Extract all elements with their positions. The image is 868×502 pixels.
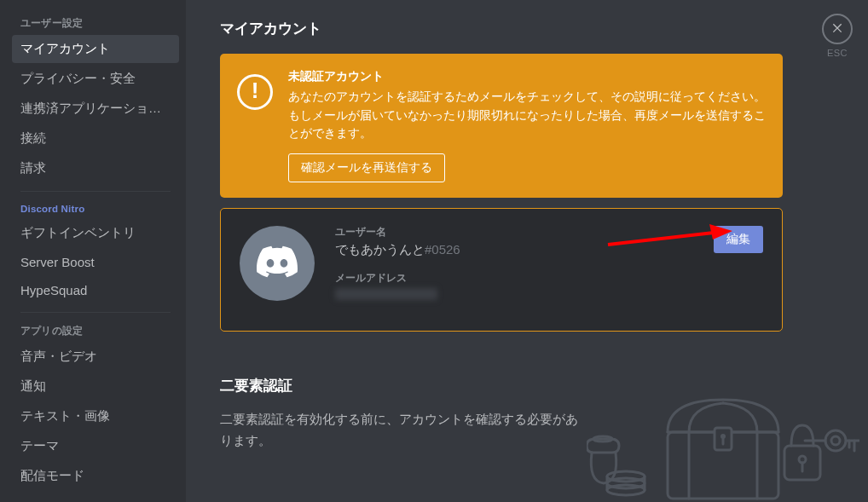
discriminator-text: #0526 (425, 242, 460, 257)
sidebar-item-notifications[interactable]: 通知 (12, 372, 179, 401)
sidebar-item-server-boost[interactable]: Server Boost (12, 249, 179, 275)
discord-logo-icon (257, 245, 298, 282)
svg-point-12 (831, 436, 840, 445)
sidebar-item-billing[interactable]: 請求 (12, 154, 179, 182)
settings-content: ESC マイアカウント ! 未認証アカウント あなたのアカウントを認証するためメ… (186, 0, 868, 502)
username-text: でもあかうんと (335, 242, 425, 257)
treasure-illustration (587, 381, 859, 502)
sidebar-item-label: ギフトインベントリ (20, 225, 136, 239)
svg-point-11 (825, 430, 846, 451)
notice-title: 未認証アカウント (288, 69, 766, 84)
page-title: マイアカウント (220, 19, 834, 38)
two-factor-section: 二要素認証 二要素認証を有効化する前に、アカウントを確認する必要があります。 (220, 376, 578, 451)
email-label: メールアドレス (335, 272, 763, 285)
notice-description: あなたのアカウントを認証するためメールをチェックして、その説明に従ってください。… (288, 88, 766, 143)
sidebar-header-app: アプリの設定 (12, 321, 179, 343)
sidebar-header-nitro: Discord Nitro (12, 200, 179, 219)
unverified-account-notice: ! 未認証アカウント あなたのアカウントを認証するためメールをチェックして、その… (220, 54, 783, 198)
sidebar-item-label: 請求 (20, 160, 46, 175)
sidebar-item-streamer-mode[interactable]: 配信モード (12, 462, 179, 490)
sidebar-separator (20, 191, 171, 192)
sidebar-header-user: ユーザー設定 (12, 14, 179, 35)
account-card: ユーザー名 でもあかうんと#0526 メールアドレス 編集 (220, 208, 783, 332)
two-factor-title: 二要素認証 (220, 376, 578, 395)
sidebar-item-label: 接続 (20, 130, 46, 145)
sidebar-item-privacy[interactable]: プライバシー・安全 (12, 65, 179, 93)
username-field: ユーザー名 でもあかうんと#0526 (335, 226, 763, 258)
sidebar-item-appearance[interactable]: テーマ (12, 432, 179, 460)
sidebar-item-label: プライバシー・安全 (20, 71, 136, 85)
sidebar-item-label: 音声・ビデオ (20, 349, 97, 363)
sidebar-item-gift-inventory[interactable]: ギフトインベントリ (12, 219, 179, 247)
warning-icon: ! (237, 74, 273, 110)
settings-sidebar: ユーザー設定 マイアカウント プライバシー・安全 連携済アプリケーショ… 接続 … (0, 0, 186, 502)
sidebar-separator (20, 312, 171, 313)
close-icon (830, 20, 844, 38)
sidebar-item-label: 通知 (20, 378, 46, 393)
sidebar-item-label: テキスト・画像 (20, 408, 110, 423)
sidebar-item-label: マイアカウント (20, 41, 110, 55)
avatar (240, 226, 315, 301)
email-field: メールアドレス (335, 272, 763, 300)
sidebar-item-hypesquad[interactable]: HypeSquad (12, 277, 179, 303)
close-button[interactable] (822, 14, 853, 44)
sidebar-item-label: HypeSquad (20, 283, 87, 297)
username-label: ユーザー名 (335, 226, 763, 239)
sidebar-item-my-account[interactable]: マイアカウント (12, 35, 179, 63)
sidebar-item-text-images[interactable]: テキスト・画像 (12, 402, 179, 430)
sidebar-item-label: 連携済アプリケーショ… (20, 101, 161, 115)
close-label: ESC (827, 48, 848, 58)
sidebar-item-connections[interactable]: 連携済アプリケーショ… (12, 95, 179, 123)
sidebar-item-label: Server Boost (20, 255, 95, 269)
resend-verification-button[interactable]: 確認メールを再送信する (288, 153, 445, 182)
email-value-obscured (335, 288, 437, 300)
username-value: でもあかうんと#0526 (335, 242, 763, 258)
sidebar-item-integrations[interactable]: 接続 (12, 124, 179, 153)
edit-account-button[interactable]: 編集 (714, 226, 763, 253)
sidebar-item-label: 配信モード (20, 468, 84, 482)
two-factor-description: 二要素認証を有効化する前に、アカウントを確認する必要があります。 (220, 409, 578, 451)
sidebar-item-voice-video[interactable]: 音声・ビデオ (12, 343, 179, 371)
sidebar-item-label: テーマ (20, 438, 59, 453)
